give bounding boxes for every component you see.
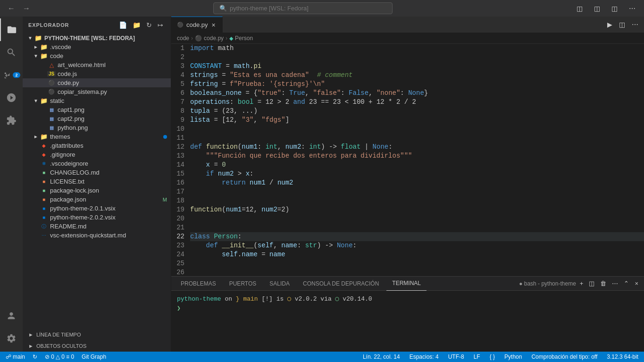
new-file-button[interactable]: 📄 <box>117 20 129 30</box>
kill-terminal-button[interactable]: 🗑 <box>598 279 608 288</box>
status-parentheses[interactable]: { } <box>488 354 497 360</box>
tab-code-py[interactable]: ⚫ code.py × <box>171 17 223 33</box>
status-line-col[interactable]: Lín. 22, col. 14 <box>361 354 402 360</box>
tree-item-gitignore[interactable]: ◆ .gitignore <box>23 150 171 159</box>
tree-item-capt1[interactable]: ▦ capt1.png <box>23 105 171 114</box>
tree-item-code[interactable]: ▼ 📁 code <box>23 51 171 60</box>
ln-15: 15 <box>171 169 186 178</box>
nav-buttons: ← → <box>5 3 33 14</box>
editor-more-button[interactable]: ⋯ <box>630 20 640 29</box>
vscodeignore-label: .vscodeignore <box>50 160 171 167</box>
tree-item-capt2[interactable]: ▦ capt2.png <box>23 114 171 123</box>
layout-button[interactable]: ◫ <box>608 4 621 13</box>
code-line-3: CONSTANT = math.pi <box>190 62 644 71</box>
objetos-ocultos-label: OBJETOS OCULTOS <box>36 343 86 349</box>
tree-item-package-json[interactable]: ■ package.json M <box>23 195 171 204</box>
status-language[interactable]: Python <box>502 354 524 360</box>
breadcrumb-code[interactable]: code <box>177 35 189 42</box>
new-terminal-button[interactable]: + <box>578 279 585 288</box>
tree-item-static[interactable]: ▼ 📁 static <box>23 96 171 105</box>
tree-item-copiar-sistema[interactable]: ⚫ copiar_sistema.py <box>23 87 171 96</box>
tab-close-button[interactable]: × <box>211 21 217 29</box>
static-folder-icon: 📁 <box>40 97 48 104</box>
status-eol[interactable]: LF <box>472 354 482 360</box>
vscode-arrow: ► <box>32 44 40 50</box>
collapse-all-button[interactable]: ↦ <box>156 20 165 30</box>
tree-item-package-lock[interactable]: ■ package-lock.json <box>23 186 171 195</box>
tree-item-vscodeignore[interactable]: ❄ .vscodeignore <box>23 159 171 168</box>
panel-tab-terminal[interactable]: TERMINAL <box>386 277 427 291</box>
tree-item-vsc-quickstart[interactable]: ⋯ vsc-extension-quickstart.md <box>23 231 171 240</box>
run-button[interactable]: ▶ <box>605 20 614 29</box>
status-type-check[interactable]: Comprobación del tipo: off <box>529 354 599 360</box>
term-project: python-theme <box>177 295 221 303</box>
panel-tab-output[interactable]: SALIDA <box>264 277 295 291</box>
themes-folder-icon: 📁 <box>40 133 48 140</box>
tree-item-readme[interactable]: ⓘ README.md <box>23 222 171 231</box>
breadcrumb-symbol[interactable]: Person <box>235 35 253 42</box>
breadcrumb-file[interactable]: code.py <box>204 35 224 42</box>
activity-item-settings[interactable] <box>0 327 23 350</box>
activity-item-search[interactable] <box>0 41 23 64</box>
package-lock-icon: ■ <box>40 188 48 193</box>
refresh-button[interactable]: ↻ <box>144 20 154 30</box>
panel-tab-problems[interactable]: PROBLEMAS <box>175 277 222 291</box>
status-errors[interactable]: ⊘ 0 △ 0 ≡ 0 <box>43 354 76 360</box>
search-input[interactable] <box>230 5 381 12</box>
tree-item-code-js[interactable]: JS code.js <box>23 69 171 78</box>
tree-item-code-py[interactable]: ⚫ code.py <box>23 78 171 87</box>
linea-de-tiempo-section[interactable]: ► LÍNEA DE TIEMPO <box>23 329 171 340</box>
status-spaces[interactable]: Espacios: 4 <box>408 354 441 360</box>
status-encoding[interactable]: UTF-8 <box>446 354 466 360</box>
sidebar-toggle-button[interactable]: ◫ <box>573 4 586 13</box>
tree-item-vsix-202[interactable]: ■ python-theme-2.0.2.vsix <box>23 213 171 222</box>
activity-item-extensions[interactable] <box>0 109 23 132</box>
code-editor[interactable]: 1 2 3 4 5 6 7 8 9 10 11 12 13 14 15 16 1… <box>171 44 644 276</box>
ln-8: 8 <box>171 107 186 116</box>
nav-forward-button[interactable]: → <box>20 3 33 14</box>
ln-25: 25 <box>171 259 186 268</box>
new-folder-button[interactable]: 📁 <box>131 20 142 30</box>
nav-back-button[interactable]: ← <box>5 3 18 14</box>
panel-tab-ports[interactable]: PUERTOS <box>224 277 262 291</box>
status-version[interactable]: 3.12.3 64-bit <box>605 354 640 360</box>
breadcrumb-code-py-icon: ⚫ <box>195 35 202 42</box>
term-version: v2.0.2 via <box>295 295 335 303</box>
objetos-ocultos-section[interactable]: ► OBJETOS OCULTOS <box>23 340 171 352</box>
static-arrow: ▼ <box>32 98 40 103</box>
tree-item-vsix-201[interactable]: ■ python-theme-2.0.1.vsix <box>23 204 171 213</box>
ln-24: 24 <box>171 250 186 259</box>
capt2-label: capt2.png <box>58 115 171 122</box>
tree-item-art-welcome[interactable]: △ art_welcome.html <box>23 60 171 69</box>
panel-close-button[interactable]: × <box>633 279 640 288</box>
panel-toggle-button[interactable]: ◫ <box>590 4 604 13</box>
panel-tab-debug[interactable]: CONSOLA DE DEPURACIÓN <box>297 277 385 291</box>
split-terminal-button[interactable]: ◫ <box>587 279 596 288</box>
activity-item-explorer[interactable] <box>0 18 23 41</box>
activity-item-run[interactable] <box>0 86 23 109</box>
split-editor-button[interactable]: ◫ <box>617 20 627 29</box>
status-git-branch[interactable]: ☍ main <box>4 354 27 360</box>
activity-item-account[interactable] <box>0 304 23 327</box>
panel-more-button[interactable]: ⋯ <box>610 279 620 288</box>
tree-item-license[interactable]: ■ LICENSE.txt <box>23 177 171 186</box>
status-sync[interactable]: ↻ <box>31 354 39 360</box>
search-bar[interactable]: 🔍 <box>213 2 393 14</box>
tree-item-changelog[interactable]: ■ CHANGELOG.md <box>23 168 171 177</box>
activity-item-scm[interactable]: 2 <box>0 64 23 86</box>
status-git-graph[interactable]: Git Graph <box>80 354 108 360</box>
code-content[interactable]: import math CONSTANT = math.pi strings =… <box>186 44 644 276</box>
tree-item-gitattributes[interactable]: ◆ .gitattributes <box>23 141 171 150</box>
copiar-label: copiar_sistema.py <box>58 88 171 95</box>
tree-item-vscode[interactable]: ► 📁 .vscode <box>23 42 171 51</box>
terminal-content[interactable]: python-theme on } main [!] is ◯ v2.0.2 v… <box>171 291 644 352</box>
panel-maximize-button[interactable]: ⌃ <box>622 279 631 288</box>
tree-item-python-png[interactable]: ▦ python.png <box>23 123 171 132</box>
more-button[interactable]: ⋯ <box>625 4 639 13</box>
errors-label: ⊘ 0 <box>45 354 54 360</box>
tree-item-themes[interactable]: ► 📁 themes <box>23 132 171 141</box>
vscode-label: .vscode <box>50 43 171 51</box>
code-js-label: code.js <box>58 70 171 77</box>
tree-root[interactable]: ▼ 📁 PYTHON-THEME [WSL: FEDORA] <box>23 34 171 42</box>
code-label: code <box>50 52 171 59</box>
